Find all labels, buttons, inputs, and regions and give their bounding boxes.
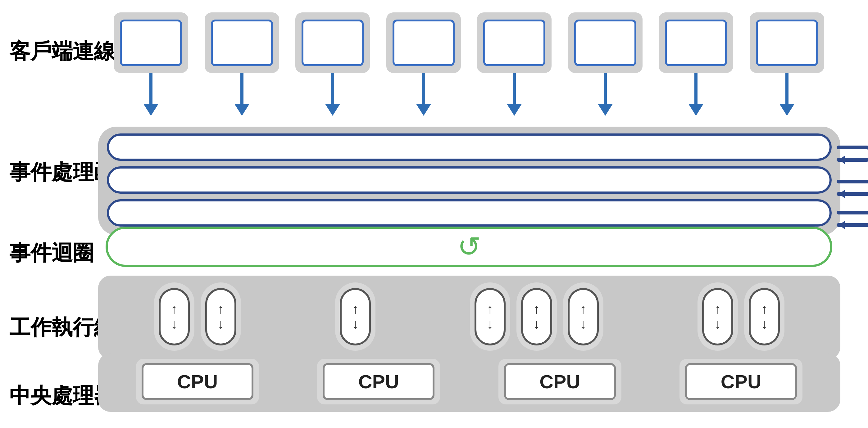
monitor-icon bbox=[659, 12, 733, 73]
down-arrow: ↓ bbox=[487, 317, 493, 331]
handler-bar-2 bbox=[107, 166, 832, 194]
monitor-icon bbox=[568, 12, 643, 73]
bidirectional-arrow: ↑ ↓ bbox=[580, 302, 587, 331]
client-item bbox=[295, 12, 370, 116]
client-arrow bbox=[779, 73, 795, 116]
monitor-icon bbox=[295, 12, 370, 73]
monitor-icon bbox=[386, 12, 461, 73]
worker-inner: ↑ ↓ bbox=[702, 288, 733, 345]
cpu-box-1: CPU bbox=[142, 363, 253, 400]
client-item bbox=[750, 12, 824, 116]
monitor-screen bbox=[211, 20, 273, 66]
up-arrow: ↑ bbox=[533, 302, 540, 316]
client-arrow bbox=[144, 73, 158, 116]
bidirectional-arrow: ↑ ↓ bbox=[714, 302, 721, 331]
worker-inner: ↑ ↓ bbox=[474, 288, 505, 345]
event-loop-bar: ↺ bbox=[105, 227, 832, 267]
client-arrow bbox=[598, 73, 613, 116]
client-arrow bbox=[688, 73, 704, 116]
event-loop-section: ↺ bbox=[105, 227, 832, 267]
worker-inner: ↑ ↓ bbox=[749, 288, 780, 345]
cpu-shell-1: CPU bbox=[136, 359, 259, 404]
workers-shell: ↑ ↓ ↑ ↓ ↑ ↓ bbox=[98, 275, 840, 359]
handler-bar-3 bbox=[107, 199, 832, 227]
monitor-icon bbox=[750, 12, 824, 73]
label-clients: 客戶端連線 bbox=[9, 37, 115, 65]
arrow-head bbox=[144, 104, 158, 116]
worker-group-3: ↑ ↓ ↑ ↓ ↑ ↓ bbox=[470, 283, 603, 351]
arrow-shaft bbox=[604, 73, 607, 104]
monitor-screen bbox=[302, 20, 364, 66]
down-arrow: ↓ bbox=[580, 317, 587, 331]
monitor-icon bbox=[205, 12, 279, 73]
arrow-shaft bbox=[422, 73, 425, 104]
monitor-screen bbox=[120, 20, 182, 66]
cpu-shell-4: CPU bbox=[680, 359, 803, 404]
arrow-head bbox=[325, 104, 340, 116]
client-item bbox=[386, 12, 461, 116]
worker-group-4: ↑ ↓ ↑ ↓ bbox=[698, 283, 784, 351]
arrow-head bbox=[235, 104, 249, 116]
handlers-shell bbox=[98, 127, 840, 235]
bidirectional-arrow: ↑ ↓ bbox=[217, 302, 224, 331]
worker-shell: ↑ ↓ bbox=[563, 283, 603, 351]
client-item bbox=[114, 12, 188, 116]
arrow-shaft bbox=[785, 73, 788, 104]
down-arrow: ↓ bbox=[171, 317, 178, 331]
down-arrow: ↓ bbox=[761, 317, 768, 331]
up-arrow: ↑ bbox=[761, 302, 768, 316]
worker-inner: ↑ ↓ bbox=[568, 288, 599, 345]
arrow-head bbox=[779, 104, 795, 116]
svg-marker-1 bbox=[839, 189, 845, 199]
arrow-shaft bbox=[331, 73, 334, 104]
worker-shell: ↑ ↓ bbox=[154, 283, 194, 351]
bidirectional-arrow: ↑ ↓ bbox=[761, 302, 768, 331]
clients-area bbox=[105, 12, 832, 116]
client-arrow bbox=[325, 73, 340, 116]
client-arrow bbox=[235, 73, 249, 116]
bidirectional-arrow: ↑ ↓ bbox=[352, 302, 359, 331]
monitor-screen bbox=[756, 20, 818, 66]
svg-marker-2 bbox=[839, 220, 845, 230]
client-item bbox=[205, 12, 279, 116]
worker-inner: ↑ ↓ bbox=[205, 288, 236, 345]
worker-shell: ↑ ↓ bbox=[470, 283, 510, 351]
monitor-screen bbox=[483, 20, 545, 66]
cpu-group-shell: CPU CPU CPU CPU bbox=[98, 353, 840, 412]
monitor-screen bbox=[574, 20, 636, 66]
worker-shell: ↑ ↓ bbox=[517, 283, 557, 351]
client-arrow bbox=[507, 73, 522, 116]
down-arrow: ↓ bbox=[352, 317, 359, 331]
diagram-container: 客戶端連線 事件處理函式 事件迴圈 工作執行緒 中央處理器 bbox=[0, 0, 868, 428]
monitor-screen bbox=[665, 20, 727, 66]
up-arrow: ↑ bbox=[217, 302, 224, 316]
monitor-screen bbox=[393, 20, 455, 66]
arrow-shaft bbox=[694, 73, 698, 104]
client-item bbox=[568, 12, 643, 116]
monitor-icon bbox=[114, 12, 188, 73]
arrow-shaft bbox=[513, 73, 516, 104]
cpu-box-3: CPU bbox=[504, 363, 616, 400]
client-item bbox=[659, 12, 733, 116]
refresh-icon: ↺ bbox=[458, 233, 481, 261]
monitor-icon bbox=[477, 12, 552, 73]
worker-group-1: ↑ ↓ ↑ ↓ bbox=[154, 283, 241, 351]
up-arrow: ↑ bbox=[352, 302, 359, 316]
return-arrows-svg bbox=[835, 130, 868, 239]
arrow-head bbox=[507, 104, 522, 116]
cpu-shell-2: CPU bbox=[317, 359, 440, 404]
down-arrow: ↓ bbox=[533, 317, 540, 331]
handler-bar-1 bbox=[107, 133, 832, 161]
worker-inner: ↑ ↓ bbox=[159, 288, 190, 345]
arrow-shaft bbox=[149, 73, 153, 104]
bidirectional-arrow: ↑ ↓ bbox=[171, 302, 178, 331]
up-arrow: ↑ bbox=[487, 302, 493, 316]
worker-shell: ↑ ↓ bbox=[200, 283, 241, 351]
up-arrow: ↑ bbox=[171, 302, 178, 316]
arrow-shaft bbox=[240, 73, 244, 104]
arrow-head bbox=[598, 104, 613, 116]
worker-inner: ↑ ↓ bbox=[340, 288, 371, 345]
up-arrow: ↑ bbox=[714, 302, 721, 316]
down-arrow: ↓ bbox=[217, 317, 224, 331]
arrow-head bbox=[416, 104, 431, 116]
